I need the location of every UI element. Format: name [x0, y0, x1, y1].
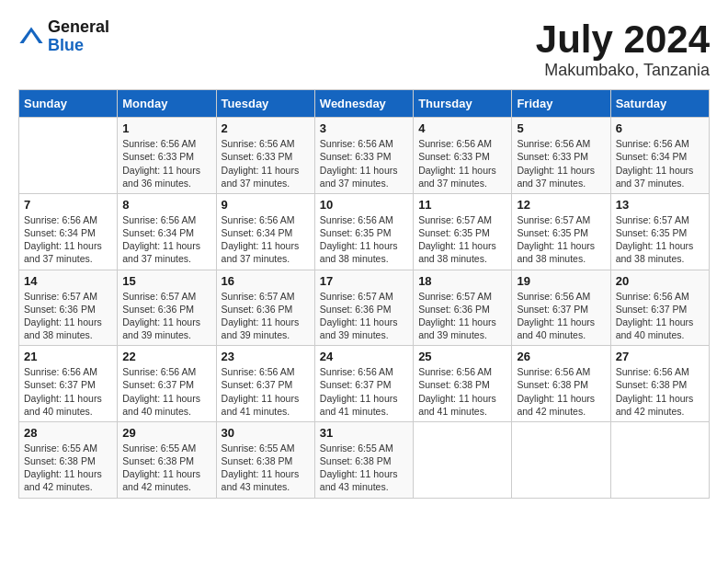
- day-info: Sunrise: 6:56 AM Sunset: 6:33 PM Dayligh…: [122, 137, 210, 190]
- day-number: 12: [517, 198, 605, 212]
- day-info: Sunrise: 6:57 AM Sunset: 6:36 PM Dayligh…: [222, 290, 310, 342]
- day-header-saturday: Saturday: [610, 90, 709, 118]
- day-header-thursday: Thursday: [414, 90, 512, 118]
- day-number: 21: [24, 350, 112, 363]
- calendar-cell: 19Sunrise: 6:56 AM Sunset: 6:37 PM Dayli…: [512, 270, 610, 346]
- day-info: Sunrise: 6:57 AM Sunset: 6:36 PM Dayligh…: [24, 290, 112, 342]
- calendar-cell: 30Sunrise: 6:55 AM Sunset: 6:38 PM Dayli…: [216, 421, 314, 498]
- day-number: 5: [517, 121, 605, 135]
- day-header-friday: Friday: [512, 90, 610, 118]
- day-number: 25: [418, 350, 506, 363]
- calendar-cell: 29Sunrise: 6:55 AM Sunset: 6:38 PM Dayli…: [118, 421, 216, 498]
- day-info: Sunrise: 6:56 AM Sunset: 6:33 PM Dayligh…: [517, 137, 605, 190]
- day-number: 30: [222, 426, 310, 440]
- calendar-cell: 1Sunrise: 6:56 AM Sunset: 6:33 PM Daylig…: [118, 118, 216, 194]
- day-info: Sunrise: 6:56 AM Sunset: 6:37 PM Dayligh…: [122, 365, 210, 418]
- day-number: 2: [222, 121, 310, 135]
- calendar-cell: 28Sunrise: 6:55 AM Sunset: 6:38 PM Dayli…: [19, 421, 118, 498]
- day-header-wednesday: Wednesday: [314, 90, 413, 118]
- day-info: Sunrise: 6:56 AM Sunset: 6:38 PM Dayligh…: [616, 365, 704, 418]
- day-header-tuesday: Tuesday: [216, 90, 314, 118]
- calendar-cell: 5Sunrise: 6:56 AM Sunset: 6:33 PM Daylig…: [512, 118, 610, 194]
- day-info: Sunrise: 6:56 AM Sunset: 6:34 PM Dayligh…: [616, 137, 704, 190]
- title-area: July 2024 Makumbako, Tanzania: [536, 18, 710, 80]
- day-number: 1: [122, 121, 210, 135]
- day-number: 10: [320, 198, 408, 212]
- calendar-cell: 9Sunrise: 6:56 AM Sunset: 6:34 PM Daylig…: [216, 193, 314, 270]
- calendar-cell: 16Sunrise: 6:57 AM Sunset: 6:36 PM Dayli…: [216, 270, 314, 346]
- calendar-cell: [414, 421, 512, 498]
- day-info: Sunrise: 6:56 AM Sunset: 6:38 PM Dayligh…: [418, 365, 506, 418]
- day-info: Sunrise: 6:56 AM Sunset: 6:33 PM Dayligh…: [222, 137, 310, 190]
- day-header-monday: Monday: [118, 90, 216, 118]
- day-number: 17: [320, 274, 408, 288]
- day-number: 19: [517, 274, 605, 288]
- calendar-cell: [512, 421, 610, 498]
- calendar-table: SundayMondayTuesdayWednesdayThursdayFrid…: [18, 89, 710, 498]
- day-number: 9: [222, 198, 310, 212]
- day-number: 15: [122, 274, 210, 288]
- calendar-week-3: 14Sunrise: 6:57 AM Sunset: 6:36 PM Dayli…: [19, 270, 710, 346]
- day-number: 29: [122, 426, 210, 440]
- day-info: Sunrise: 6:56 AM Sunset: 6:37 PM Dayligh…: [320, 365, 408, 418]
- day-info: Sunrise: 6:56 AM Sunset: 6:34 PM Dayligh…: [24, 213, 112, 266]
- calendar-cell: 23Sunrise: 6:56 AM Sunset: 6:37 PM Dayli…: [216, 346, 314, 422]
- calendar-cell: [19, 118, 118, 194]
- calendar-cell: 4Sunrise: 6:56 AM Sunset: 6:33 PM Daylig…: [414, 118, 512, 194]
- day-number: 26: [517, 350, 605, 363]
- day-info: Sunrise: 6:56 AM Sunset: 6:37 PM Dayligh…: [616, 290, 704, 342]
- calendar-body: 1Sunrise: 6:56 AM Sunset: 6:33 PM Daylig…: [19, 118, 710, 498]
- logo-blue: Blue: [48, 37, 109, 55]
- calendar-cell: 8Sunrise: 6:56 AM Sunset: 6:34 PM Daylig…: [118, 193, 216, 270]
- day-info: Sunrise: 6:55 AM Sunset: 6:38 PM Dayligh…: [320, 442, 408, 494]
- calendar-cell: 14Sunrise: 6:57 AM Sunset: 6:36 PM Dayli…: [19, 270, 118, 346]
- day-info: Sunrise: 6:56 AM Sunset: 6:38 PM Dayligh…: [517, 365, 605, 418]
- day-number: 28: [24, 426, 112, 440]
- day-number: 14: [24, 274, 112, 288]
- day-number: 13: [616, 198, 704, 212]
- day-info: Sunrise: 6:56 AM Sunset: 6:33 PM Dayligh…: [320, 137, 408, 190]
- day-number: 3: [320, 121, 408, 135]
- calendar-cell: 3Sunrise: 6:56 AM Sunset: 6:33 PM Daylig…: [314, 118, 413, 194]
- calendar-week-2: 7Sunrise: 6:56 AM Sunset: 6:34 PM Daylig…: [19, 193, 710, 270]
- calendar-cell: 18Sunrise: 6:57 AM Sunset: 6:36 PM Dayli…: [414, 270, 512, 346]
- calendar-cell: 25Sunrise: 6:56 AM Sunset: 6:38 PM Dayli…: [414, 346, 512, 422]
- day-number: 7: [24, 198, 112, 212]
- day-info: Sunrise: 6:57 AM Sunset: 6:36 PM Dayligh…: [320, 290, 408, 342]
- calendar-cell: 22Sunrise: 6:56 AM Sunset: 6:37 PM Dayli…: [118, 346, 216, 422]
- calendar-cell: 11Sunrise: 6:57 AM Sunset: 6:35 PM Dayli…: [414, 193, 512, 270]
- logo-icon: [18, 24, 44, 50]
- calendar-cell: 17Sunrise: 6:57 AM Sunset: 6:36 PM Dayli…: [314, 270, 413, 346]
- calendar-header-row: SundayMondayTuesdayWednesdayThursdayFrid…: [19, 90, 710, 118]
- day-number: 22: [122, 350, 210, 363]
- header: General Blue July 2024 Makumbako, Tanzan…: [18, 18, 710, 80]
- calendar-cell: 24Sunrise: 6:56 AM Sunset: 6:37 PM Dayli…: [314, 346, 413, 422]
- calendar-cell: 31Sunrise: 6:55 AM Sunset: 6:38 PM Dayli…: [314, 421, 413, 498]
- calendar-cell: 10Sunrise: 6:56 AM Sunset: 6:35 PM Dayli…: [314, 193, 413, 270]
- day-number: 24: [320, 350, 408, 363]
- day-header-sunday: Sunday: [19, 90, 118, 118]
- calendar-week-5: 28Sunrise: 6:55 AM Sunset: 6:38 PM Dayli…: [19, 421, 710, 498]
- day-info: Sunrise: 6:56 AM Sunset: 6:35 PM Dayligh…: [320, 213, 408, 266]
- day-number: 6: [616, 121, 704, 135]
- day-info: Sunrise: 6:57 AM Sunset: 6:36 PM Dayligh…: [418, 290, 506, 342]
- day-info: Sunrise: 6:55 AM Sunset: 6:38 PM Dayligh…: [122, 442, 210, 494]
- day-number: 27: [616, 350, 704, 363]
- day-info: Sunrise: 6:56 AM Sunset: 6:37 PM Dayligh…: [222, 365, 310, 418]
- day-info: Sunrise: 6:56 AM Sunset: 6:37 PM Dayligh…: [24, 365, 112, 418]
- calendar-cell: 15Sunrise: 6:57 AM Sunset: 6:36 PM Dayli…: [118, 270, 216, 346]
- calendar-cell: 13Sunrise: 6:57 AM Sunset: 6:35 PM Dayli…: [610, 193, 709, 270]
- calendar-cell: 12Sunrise: 6:57 AM Sunset: 6:35 PM Dayli…: [512, 193, 610, 270]
- logo: General Blue: [18, 18, 109, 55]
- day-number: 16: [222, 274, 310, 288]
- day-info: Sunrise: 6:56 AM Sunset: 6:34 PM Dayligh…: [122, 213, 210, 266]
- day-info: Sunrise: 6:55 AM Sunset: 6:38 PM Dayligh…: [24, 442, 112, 494]
- day-info: Sunrise: 6:55 AM Sunset: 6:38 PM Dayligh…: [222, 442, 310, 494]
- day-number: 23: [222, 350, 310, 363]
- month-year-title: July 2024: [536, 18, 710, 61]
- day-info: Sunrise: 6:57 AM Sunset: 6:35 PM Dayligh…: [418, 213, 506, 266]
- calendar-cell: 26Sunrise: 6:56 AM Sunset: 6:38 PM Dayli…: [512, 346, 610, 422]
- day-info: Sunrise: 6:57 AM Sunset: 6:36 PM Dayligh…: [122, 290, 210, 342]
- day-info: Sunrise: 6:57 AM Sunset: 6:35 PM Dayligh…: [616, 213, 704, 266]
- day-info: Sunrise: 6:57 AM Sunset: 6:35 PM Dayligh…: [517, 213, 605, 266]
